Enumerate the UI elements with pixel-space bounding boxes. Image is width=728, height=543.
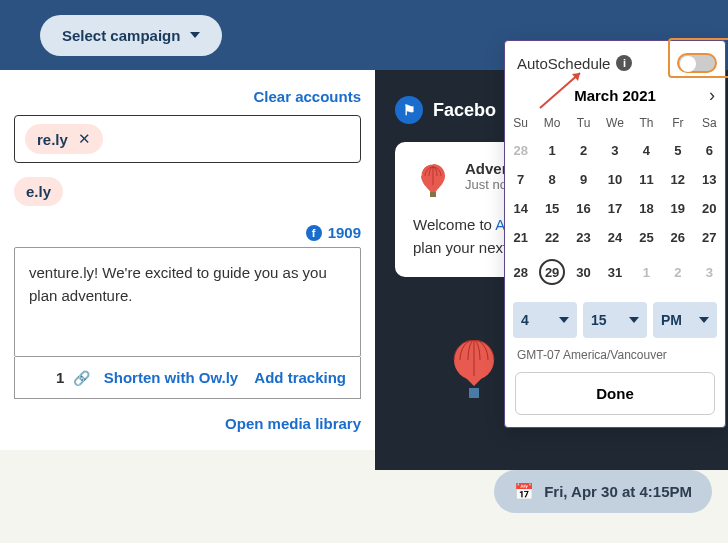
account-pill-label: re.ly	[37, 131, 68, 148]
calendar-day[interactable]: 18	[631, 194, 662, 223]
picker-header: AutoSchedule i	[505, 41, 725, 77]
close-icon[interactable]: ✕	[78, 130, 91, 148]
flag-icon: ⚑	[395, 96, 423, 124]
calendar-day[interactable]: 7	[505, 165, 536, 194]
calendar-day[interactable]: 8	[536, 165, 567, 194]
ampm-select[interactable]: PM	[653, 302, 717, 338]
calendar-body: 2812345678910111213141516171819202122232…	[505, 136, 725, 292]
calendar-day[interactable]: 9	[568, 165, 599, 194]
weekday-header: Mo	[536, 110, 567, 136]
clear-accounts-link[interactable]: Clear accounts	[14, 88, 361, 105]
account-pill-secondary: e.ly	[14, 177, 361, 206]
char-count: 1909	[328, 224, 361, 241]
chevron-down-icon	[559, 317, 569, 323]
calendar-day[interactable]: 12	[662, 165, 693, 194]
calendar-day[interactable]: 14	[505, 194, 536, 223]
calendar-day[interactable]: 30	[568, 252, 599, 292]
calendar-day[interactable]: 17	[599, 194, 630, 223]
account-pill[interactable]: re.ly ✕	[25, 124, 103, 154]
open-media-library-link[interactable]: Open media library	[14, 415, 361, 432]
calendar-day[interactable]: 21	[505, 223, 536, 252]
balloon-icon	[450, 340, 498, 400]
month-nav: March 2021 ›	[505, 77, 725, 110]
chevron-down-icon	[699, 317, 709, 323]
character-count-row: f 1909	[14, 224, 361, 241]
weekday-header: Sa	[694, 110, 725, 136]
chevron-down-icon	[629, 317, 639, 323]
composer-panel: Clear accounts re.ly ✕ e.ly f 1909 ventu…	[0, 70, 375, 450]
link-icon: 🔗	[73, 370, 90, 386]
calendar-day[interactable]: 6	[694, 136, 725, 165]
select-campaign-button[interactable]: Select campaign	[40, 15, 222, 56]
campaign-button-label: Select campaign	[62, 27, 180, 44]
calendar-day[interactable]: 28	[505, 252, 536, 292]
minute-select[interactable]: 15	[583, 302, 647, 338]
chevron-down-icon	[190, 32, 200, 38]
weekday-header: Fr	[662, 110, 693, 136]
next-month-button[interactable]: ›	[709, 85, 715, 106]
calendar-day[interactable]: 10	[599, 165, 630, 194]
balloon-icon	[413, 160, 453, 200]
link-count: 1	[56, 369, 64, 386]
calendar-day[interactable]: 24	[599, 223, 630, 252]
message-textarea[interactable]: venture.ly! We're excited to guide you a…	[14, 247, 361, 357]
calendar-day[interactable]: 19	[662, 194, 693, 223]
calendar-day[interactable]: 27	[694, 223, 725, 252]
weekday-header: Tu	[568, 110, 599, 136]
time-selectors: 4 15 PM	[505, 292, 725, 348]
calendar-day[interactable]: 5	[662, 136, 693, 165]
scheduled-time-pill[interactable]: 📅 Fri, Apr 30 at 4:15PM	[494, 470, 712, 513]
calendar-day[interactable]: 28	[505, 136, 536, 165]
calendar-day[interactable]: 26	[662, 223, 693, 252]
calendar-day[interactable]: 11	[631, 165, 662, 194]
calendar-day[interactable]: 22	[536, 223, 567, 252]
weekday-row: SuMoTuWeThFrSa	[505, 110, 725, 136]
calendar-day[interactable]: 2	[568, 136, 599, 165]
calendar-day[interactable]: 2	[662, 252, 693, 292]
calendar-day[interactable]: 15	[536, 194, 567, 223]
facebook-icon: f	[306, 225, 322, 241]
weekday-header: We	[599, 110, 630, 136]
toggle-knob	[680, 56, 696, 72]
timezone-label: GMT-07 America/Vancouver	[505, 348, 725, 372]
calendar-day[interactable]: 23	[568, 223, 599, 252]
datetime-picker: AutoSchedule i March 2021 › SuMoTuWeThFr…	[504, 40, 726, 428]
month-label: March 2021	[574, 87, 656, 104]
link-tools-row: 1 🔗 Shorten with Ow.ly Add tracking	[14, 357, 361, 399]
calendar-day[interactable]: 25	[631, 223, 662, 252]
hour-select[interactable]: 4	[513, 302, 577, 338]
calendar-day[interactable]: 20	[694, 194, 725, 223]
calendar-grid: SuMoTuWeThFrSa 2812345678910111213141516…	[505, 110, 725, 292]
calendar-day[interactable]: 13	[694, 165, 725, 194]
account-pill[interactable]: e.ly	[14, 177, 63, 206]
calendar-day[interactable]: 3	[694, 252, 725, 292]
calendar-day[interactable]: 1	[536, 136, 567, 165]
svg-rect-2	[469, 388, 479, 398]
calendar-day[interactable]: 4	[631, 136, 662, 165]
svg-rect-0	[430, 192, 436, 197]
autoschedule-toggle[interactable]	[677, 53, 717, 73]
done-button[interactable]: Done	[515, 372, 715, 415]
account-pill-label: e.ly	[26, 183, 51, 200]
calendar-day[interactable]: 31	[599, 252, 630, 292]
autoschedule-label: AutoSchedule i	[517, 55, 632, 72]
network-label: Facebo	[433, 100, 496, 121]
calendar-day[interactable]: 29	[536, 252, 567, 292]
weekday-header: Th	[631, 110, 662, 136]
weekday-header: Su	[505, 110, 536, 136]
calendar-day[interactable]: 1	[631, 252, 662, 292]
calendar-icon: 📅	[514, 482, 534, 501]
info-icon[interactable]: i	[616, 55, 632, 71]
scheduled-time-label: Fri, Apr 30 at 4:15PM	[544, 483, 692, 500]
shorten-link[interactable]: Shorten with Ow.ly	[104, 369, 238, 386]
add-tracking-link[interactable]: Add tracking	[254, 369, 346, 386]
calendar-day[interactable]: 16	[568, 194, 599, 223]
calendar-day[interactable]: 3	[599, 136, 630, 165]
account-selector-box[interactable]: re.ly ✕	[14, 115, 361, 163]
